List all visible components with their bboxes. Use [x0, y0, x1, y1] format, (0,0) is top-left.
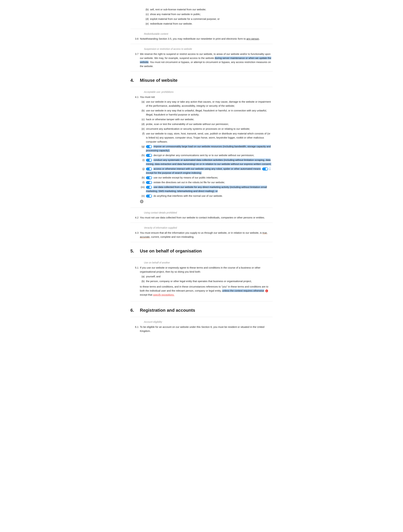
section-label-4-3: Veracity of information supplied	[144, 226, 273, 230]
item-4-1-e: circumvent any authentication or securit…	[146, 127, 273, 131]
item-5-1-b: the person, company or other legal entit…	[146, 279, 273, 283]
section-3-6-text: Notwithstanding Section 3.5, you may red…	[140, 37, 273, 41]
list-item: (b) the person, company or other legal e…	[140, 279, 273, 283]
red-dot-icon[interactable]: ●	[265, 290, 268, 292]
list-item: (b) use our website in any way that is u…	[140, 108, 273, 117]
toggle-4-1-l[interactable]	[146, 181, 152, 184]
section-divider	[130, 71, 273, 71]
globe-icon-container	[140, 200, 273, 204]
section-3-7: 3.7 We reserve the right to suspend or r…	[130, 52, 273, 68]
section-label-4-2: Using contact details prohibited	[144, 211, 273, 215]
item-3b: sell, rent or sub-license material from …	[150, 7, 273, 12]
section-5-title: Use on behalf of organisation	[140, 247, 202, 255]
list-item: (m) use data collected from our website …	[140, 185, 273, 193]
section-6-title: Registration and accounts	[140, 307, 195, 314]
list-item: (a) use our website in any way or take a…	[140, 100, 273, 108]
section-4-2: 4.2 You must not use data collected from…	[130, 215, 273, 220]
list-item: (e) circumvent any authentication or sec…	[140, 127, 273, 131]
section-label-6-1: Account eligibility	[144, 320, 273, 324]
list-item: (e) redistribute material from our websi…	[144, 22, 273, 26]
section-divider	[130, 258, 273, 258]
item-4-1-d: probe, scan or test the vulnerability of…	[146, 122, 273, 126]
section-4-1-content: You must not: (a) use our website in any…	[140, 95, 273, 204]
specify-exceptions: specify exceptions	[153, 293, 174, 296]
section-num: 3.7	[130, 52, 140, 68]
section-4-2-text: You must not use data collected from our…	[140, 215, 273, 220]
toggle-4-1-j2[interactable]	[262, 167, 268, 171]
section-4-3: 4.3 You must ensure that all the informa…	[130, 231, 273, 239]
item-3c: show any material from our website in pu…	[150, 12, 273, 16]
section-label-3-7: Suspension or restriction of access to w…	[144, 47, 273, 51]
list-item: (f) use our website to copy, store, host…	[140, 132, 273, 144]
section-num: 5.1	[130, 266, 140, 298]
section-6-1: 6.1 To be eligible for an account on our…	[130, 325, 273, 333]
section-label-5-1: Use on behalf of another	[144, 261, 273, 265]
item-4-1-b: use our website in any way that is unlaw…	[146, 108, 273, 117]
section-3-6: 3.6 Notwithstanding Section 3.5, you may…	[130, 37, 273, 41]
section-divider	[130, 301, 273, 301]
list-item: (l) violate the directives set out in th…	[140, 180, 273, 184]
section-5-1: 5.1 If you use our website or expressly …	[130, 266, 273, 298]
item-4-1-j: access or otherwise interact with our we…	[146, 167, 273, 175]
item-4-1-n: do anything that interferes with the nor…	[146, 194, 273, 198]
item-4-1-m: use data collected from our website for …	[146, 185, 273, 193]
item-4-1-h: decrypt or decipher any communications s…	[146, 153, 273, 157]
section-5-1-para: to these terms and conditions, and in th…	[140, 285, 273, 297]
section-5-num: 5.	[130, 247, 137, 255]
item-4-1-c: hack or otherwise tamper with our websit…	[146, 117, 273, 121]
item-4-1-i: conduct any systematic or automated data…	[146, 158, 273, 166]
section-divider	[130, 87, 273, 87]
highlight-5-1: unless the context requires otherwise	[222, 289, 264, 292]
list-item: (a) yourself; and	[140, 274, 273, 279]
list-item: (d) probe, scan or test the vulnerabilit…	[140, 122, 273, 126]
list-item: (c) hack or otherwise tamper with our we…	[140, 117, 273, 121]
list-item: (d) exploit material from our website fo…	[144, 17, 273, 21]
section-4-title: Misuse of website	[140, 77, 178, 84]
section-num: 6.1	[130, 325, 140, 333]
toggle-4-1-g[interactable]	[146, 145, 152, 148]
section-4-num: 4.	[130, 77, 137, 84]
list-item: (n) do anything that interferes with the…	[140, 194, 273, 198]
item-4-1-k: use our website except by means of our p…	[146, 176, 273, 180]
section-3-7-text: We reserve the right to suspend or restr…	[140, 52, 273, 68]
toggle-4-1-j[interactable]	[146, 167, 152, 171]
section-num: 4.3	[130, 231, 140, 239]
list-item: (j) access or otherwise interact with ou…	[140, 167, 273, 175]
item-4-1-g: impose an unreasonably large load on our…	[146, 145, 273, 152]
item-4-1-f: use our website to copy, store, host, tr…	[146, 132, 273, 144]
section-6-num: 6.	[130, 307, 137, 314]
toggle-4-1-i[interactable]	[146, 159, 152, 162]
section-num: 3.6	[130, 37, 140, 41]
section-num: 4.1	[130, 95, 140, 204]
globe-icon	[140, 200, 144, 203]
section-4-1: 4.1 You must not: (a) use our website in…	[130, 95, 273, 204]
toggle-4-1-k[interactable]	[146, 176, 152, 179]
section-5-heading: 5. Use on behalf of organisation	[130, 247, 273, 255]
toggle-4-1-h[interactable]	[146, 154, 152, 157]
toggle-4-1-m[interactable]	[146, 186, 152, 189]
section-6-1-text: To be eligible for an account on our web…	[140, 325, 273, 333]
item-3e: redistribute material from our website.	[150, 22, 273, 26]
list-item: (g) impose an unreasonably large load on…	[140, 145, 273, 152]
section-6-heading: 6. Registration and accounts	[130, 307, 273, 314]
section-label-3-6: Redistributable content	[144, 32, 273, 36]
section-4-3-text: You must ensure that all the information…	[140, 231, 273, 239]
list-item: (i) conduct any systematic or automated …	[140, 158, 273, 166]
item-5-1-a: yourself; and	[146, 274, 273, 279]
section-4-heading: 4. Misuse of website	[130, 77, 273, 84]
item-4-1-a: use our website in any way or take any a…	[146, 100, 273, 108]
section-divider	[130, 242, 273, 242]
section-divider	[130, 208, 273, 208]
section-divider	[130, 44, 273, 44]
list-item: (k) use our website except by means of o…	[140, 176, 273, 180]
list-item: (c) show any material from our website i…	[144, 12, 273, 16]
list-item: (b) sell, rent or sub-license material f…	[144, 7, 273, 12]
section-5-1-content: If you use our website or expressly agre…	[140, 266, 273, 298]
section-label-4-1: Acceptable use: prohibitions	[144, 90, 273, 94]
item-3d: exploit material from our website for a …	[150, 17, 273, 21]
toggle-4-1-n[interactable]	[146, 195, 152, 198]
section-divider	[130, 317, 273, 317]
list-item: (h) decrypt or decipher any communicatio…	[140, 153, 273, 157]
section-num: 4.2	[130, 215, 140, 220]
item-4-1-l: violate the directives set out in the ro…	[146, 180, 273, 184]
